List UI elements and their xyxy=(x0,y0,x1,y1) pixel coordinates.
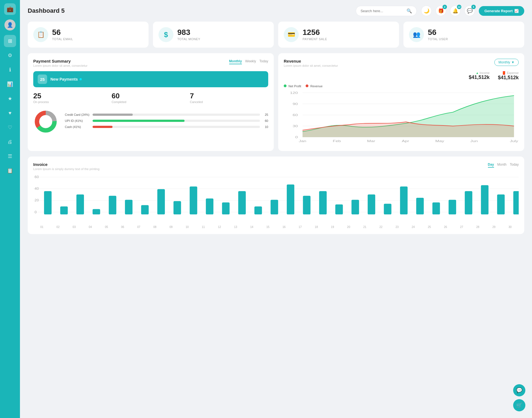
sidebar-item-settings[interactable]: ⚙ xyxy=(4,49,16,61)
support-fab[interactable]: 💬 xyxy=(513,384,525,396)
svg-rect-44 xyxy=(271,200,278,214)
bar-x-label: 28 xyxy=(470,225,486,229)
header-icons: 🌙 🎁 2 🔔 12 💬 5 Generate Report 📈 xyxy=(421,6,524,16)
svg-text:60: 60 xyxy=(35,175,39,179)
tab-today[interactable]: Today xyxy=(259,59,268,64)
svg-rect-57 xyxy=(481,185,488,214)
doc-icon: 📋 xyxy=(7,168,13,174)
money-value: 983 xyxy=(177,29,200,36)
chat-button[interactable]: 💬 5 xyxy=(464,6,475,16)
payment-summary-title: Payment Summary xyxy=(33,59,88,63)
svg-text:Jun: Jun xyxy=(470,140,478,143)
cart-fab[interactable]: 🛒 xyxy=(513,399,525,411)
svg-text:May: May xyxy=(435,140,444,143)
revenue-summary: ▲ Income $41,512k 🧧 Expense $41,512k xyxy=(284,71,519,81)
svg-rect-31 xyxy=(60,206,68,214)
fab-container: 💬 🛒 xyxy=(513,384,525,411)
progress-row-cash: Cash (41%) 10 xyxy=(65,125,268,129)
svg-text:20: 20 xyxy=(35,198,39,202)
sidebar-item-heart2[interactable]: ♡ xyxy=(4,121,16,134)
bar-x-label: 27 xyxy=(454,225,470,229)
search-icon[interactable]: 🔍 xyxy=(406,8,412,14)
svg-text:60: 60 xyxy=(293,114,298,117)
payment-value: 1256 xyxy=(303,29,327,36)
stat-on-process: 25 On process xyxy=(33,92,112,104)
bar-x-label: 06 xyxy=(114,225,131,229)
stat-payment-info: 1256 PAYMENT SALE xyxy=(303,29,327,41)
bar-x-label: 22 xyxy=(373,225,389,229)
svg-rect-52 xyxy=(400,186,408,214)
tab-invoice-day[interactable]: Day xyxy=(488,162,494,168)
revenue-monthly-button[interactable]: Monthly ▼ xyxy=(494,59,519,66)
bar-x-label: 26 xyxy=(438,225,454,229)
svg-rect-32 xyxy=(76,194,84,214)
sidebar-item-star[interactable]: ★ xyxy=(4,93,16,105)
svg-rect-47 xyxy=(319,191,327,214)
svg-text:July: July xyxy=(510,140,518,143)
sidebar-item-analytics[interactable]: 📊 xyxy=(4,78,16,90)
bar-x-label: 01 xyxy=(34,225,50,229)
tab-weekly[interactable]: Weekly xyxy=(245,59,256,64)
completed-label: Completed xyxy=(112,100,190,104)
sidebar-item-heart[interactable]: ♥ xyxy=(4,107,16,119)
progress-row-credit: Credit Card (24%) 25 xyxy=(65,113,268,116)
list-icon: ☰ xyxy=(8,153,12,159)
revenue-title: Revenue xyxy=(284,59,338,63)
sidebar-item-list[interactable]: ☰ xyxy=(4,150,16,162)
user-value: 56 xyxy=(428,29,448,36)
chevron-right-icon: › xyxy=(263,77,264,81)
bar-x-label: 12 xyxy=(211,225,227,229)
search-bar[interactable]: 🔍 xyxy=(356,6,417,16)
stat-canceled: 7 Canceled xyxy=(190,92,268,104)
bar-x-label: 03 xyxy=(66,225,82,229)
net-profit-dot xyxy=(284,84,287,87)
payment-icon: 💳 xyxy=(284,27,299,42)
sidebar-logo[interactable]: 💼 xyxy=(4,3,16,15)
settings-icon: ⚙ xyxy=(8,52,12,58)
payment-tabs: Monthly Weekly Today xyxy=(229,59,268,64)
theme-toggle-button[interactable]: 🌙 xyxy=(421,6,432,16)
bar-x-label: 10 xyxy=(179,225,195,229)
sidebar-item-info[interactable]: ℹ xyxy=(4,64,16,76)
chat-badge: 5 xyxy=(471,5,476,9)
bar-x-label: 23 xyxy=(389,225,405,229)
tab-monthly[interactable]: Monthly xyxy=(229,59,242,64)
progress-num-upi: 60 xyxy=(263,119,268,122)
svg-rect-41 xyxy=(222,202,229,214)
generate-report-button[interactable]: Generate Report 📈 xyxy=(479,6,524,16)
heart-icon: ♥ xyxy=(9,110,12,116)
bar-x-label: 21 xyxy=(357,225,373,229)
revenue-chart: 120 90 60 30 0 Jan Feb Mar Apr Ma xyxy=(284,90,519,145)
bar-x-label: 04 xyxy=(82,225,98,229)
bar-x-label: 15 xyxy=(260,225,276,229)
expense-icon: 🧧 xyxy=(502,71,506,75)
sidebar-item-dashboard[interactable]: ⊞ xyxy=(4,35,16,47)
svg-rect-36 xyxy=(141,205,149,214)
progress-track-upi xyxy=(93,120,260,122)
svg-rect-58 xyxy=(497,194,505,214)
search-input[interactable] xyxy=(360,9,404,13)
progress-bars: Credit Card (24%) 25 UPI ID (41%) 60 xyxy=(65,113,268,131)
svg-rect-59 xyxy=(513,191,519,214)
svg-rect-54 xyxy=(433,202,440,214)
revenue-card: Revenue Lorem ipsum dolor sit amet, cons… xyxy=(278,53,524,151)
stat-completed: 60 Completed xyxy=(112,92,190,104)
sidebar-item-print[interactable]: 🖨 xyxy=(4,136,16,148)
tab-invoice-today[interactable]: Today xyxy=(510,162,519,168)
stat-card-user: 👥 56 TOTAL USER xyxy=(403,22,524,48)
manage-payment-link[interactable]: Manage payment › xyxy=(236,77,264,81)
invoice-tabs: Day Month Today xyxy=(488,162,519,168)
notification-button[interactable]: 🔔 12 xyxy=(450,6,461,16)
sidebar-item-doc[interactable]: 📋 xyxy=(4,165,16,177)
avatar[interactable]: 👤 xyxy=(4,19,16,30)
user-icon: 👥 xyxy=(409,27,424,42)
gift-badge: 2 xyxy=(443,5,447,9)
tab-invoice-month[interactable]: Month xyxy=(497,162,507,168)
stat-user-info: 56 TOTAL USER xyxy=(428,29,448,41)
gift-button[interactable]: 🎁 2 xyxy=(436,6,446,16)
progress-track-credit xyxy=(93,114,260,116)
svg-text:30: 30 xyxy=(293,125,298,128)
sidebar: 💼 👤 ⊞ ⚙ ℹ 📊 ★ ♥ ♡ 🖨 ☰ 📋 xyxy=(0,0,20,418)
bar-x-label: 17 xyxy=(292,225,308,229)
bar-x-label: 08 xyxy=(147,225,163,229)
